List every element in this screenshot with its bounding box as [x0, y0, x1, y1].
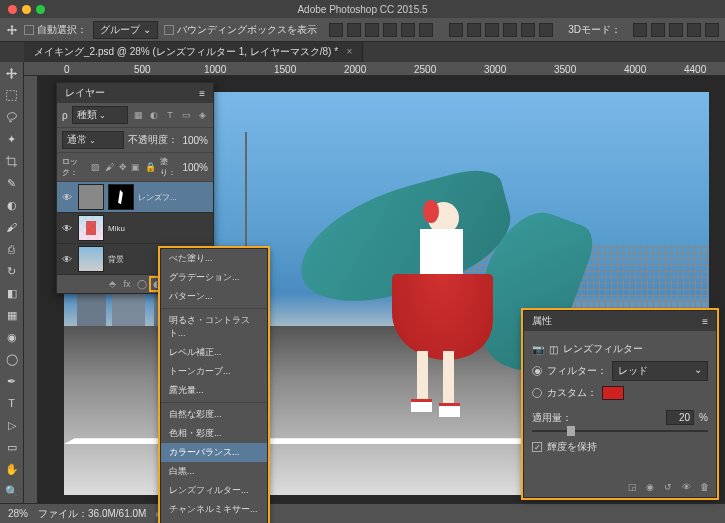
type-tool[interactable]: T: [0, 392, 23, 414]
properties-tab[interactable]: 属性 ≡: [524, 311, 716, 331]
density-value[interactable]: 20: [666, 410, 694, 425]
dodge-tool[interactable]: ◯: [0, 348, 23, 370]
blur-tool[interactable]: ◉: [0, 326, 23, 348]
minimize-window-icon[interactable]: [22, 5, 31, 14]
adjustment-menu-item[interactable]: パターン...: [161, 287, 267, 306]
zoom-tool[interactable]: 🔍: [0, 480, 23, 502]
adjustment-layer-menu[interactable]: べた塗り...グラデーション...パターン...明るさ・コントラスト...レベル…: [160, 248, 268, 523]
filter-radio[interactable]: [532, 366, 542, 376]
crop-tool[interactable]: [0, 150, 23, 172]
mode3d-icon[interactable]: [669, 23, 683, 37]
distribute-icon[interactable]: [485, 23, 499, 37]
close-window-icon[interactable]: [8, 5, 17, 14]
adjustment-menu-item[interactable]: 明るさ・コントラスト...: [161, 311, 267, 343]
marquee-tool[interactable]: [0, 84, 23, 106]
blend-mode-select[interactable]: 通常 ⌄: [62, 131, 124, 149]
custom-radio[interactable]: [532, 388, 542, 398]
density-slider[interactable]: [532, 430, 708, 432]
layer-mask-icon[interactable]: ◯: [136, 278, 148, 290]
link-layers-icon[interactable]: ⬘: [106, 278, 118, 290]
document-tab[interactable]: メイキング_2.psd @ 28% (レンズフィルター 1, レイヤーマスク/8…: [24, 42, 363, 62]
lock-all-icon[interactable]: 🔒: [145, 161, 156, 173]
mode3d-icon[interactable]: [705, 23, 719, 37]
maximize-window-icon[interactable]: [36, 5, 45, 14]
clip-to-layer-icon[interactable]: ◲: [626, 481, 638, 493]
shape-tool[interactable]: ▭: [0, 436, 23, 458]
distribute-icon[interactable]: [467, 23, 481, 37]
filter-smart-icon[interactable]: ◈: [196, 109, 208, 121]
color-swatch[interactable]: [602, 386, 624, 400]
distribute-icon[interactable]: [503, 23, 517, 37]
align-icon[interactable]: [329, 23, 343, 37]
move-tool[interactable]: [0, 62, 23, 84]
properties-panel[interactable]: 属性 ≡ 📷 ◫ レンズフィルター フィルター： レッド⌄ カスタム： 適用量：…: [523, 310, 717, 498]
layer-row[interactable]: 👁 レンズフ...: [57, 182, 213, 213]
show-bbox-checkbox[interactable]: バウンディングボックスを表示: [164, 23, 317, 37]
toggle-visibility-icon[interactable]: 👁: [680, 481, 692, 493]
lock-position-icon[interactable]: ✥: [118, 161, 127, 173]
eraser-tool[interactable]: ◧: [0, 282, 23, 304]
adjustment-menu-item[interactable]: べた塗り...: [161, 249, 267, 268]
align-icon[interactable]: [401, 23, 415, 37]
stamp-tool[interactable]: ⎙: [0, 238, 23, 260]
layer-thumb[interactable]: [78, 184, 104, 210]
adjustment-menu-item[interactable]: レンズフィルター...: [161, 481, 267, 500]
filter-adj-icon[interactable]: ◐: [148, 109, 160, 121]
fill-value[interactable]: 100%: [182, 162, 208, 173]
reset-icon[interactable]: ↺: [662, 481, 674, 493]
adjustment-menu-item[interactable]: 自然な彩度...: [161, 405, 267, 424]
adjustment-menu-item[interactable]: グラデーション...: [161, 268, 267, 287]
adjustment-menu-item[interactable]: カラーバランス...: [161, 443, 267, 462]
align-icon[interactable]: [365, 23, 379, 37]
distribute-icon[interactable]: [521, 23, 535, 37]
adjustment-menu-item[interactable]: レベル補正...: [161, 343, 267, 362]
align-icon[interactable]: [347, 23, 361, 37]
layer-fx-icon[interactable]: fx: [121, 278, 133, 290]
mode3d-icon[interactable]: [651, 23, 665, 37]
layer-row[interactable]: 👁 Miku: [57, 213, 213, 244]
filter-pixel-icon[interactable]: ▦: [132, 109, 144, 121]
distribute-icon[interactable]: [539, 23, 553, 37]
zoom-level[interactable]: 28%: [8, 508, 28, 519]
history-brush-tool[interactable]: ↻: [0, 260, 23, 282]
mode3d-icon[interactable]: [633, 23, 647, 37]
distribute-icon[interactable]: [449, 23, 463, 37]
preserve-luminosity-checkbox[interactable]: ✓: [532, 442, 542, 452]
panel-menu-icon[interactable]: ≡: [199, 88, 205, 99]
lasso-tool[interactable]: [0, 106, 23, 128]
view-previous-icon[interactable]: ◉: [644, 481, 656, 493]
path-tool[interactable]: ▷: [0, 414, 23, 436]
pen-tool[interactable]: ✒: [0, 370, 23, 392]
lock-pixels-icon[interactable]: 🖌: [104, 161, 113, 173]
lock-artboard-icon[interactable]: ▣: [131, 161, 140, 173]
visibility-icon[interactable]: 👁: [60, 254, 74, 265]
layer-mask-thumb[interactable]: [108, 184, 134, 210]
adjustment-menu-item[interactable]: チャンネルミキサー...: [161, 500, 267, 519]
panel-menu-icon[interactable]: ≡: [702, 316, 708, 327]
adjustment-menu-item[interactable]: トーンカーブ...: [161, 362, 267, 381]
layer-thumb[interactable]: [78, 215, 104, 241]
align-icon[interactable]: [383, 23, 397, 37]
auto-select-checkbox[interactable]: 自動選択：: [24, 23, 87, 37]
hand-tool[interactable]: ✋: [0, 458, 23, 480]
brush-tool[interactable]: 🖌: [0, 216, 23, 238]
align-icon[interactable]: [419, 23, 433, 37]
filter-kind-select[interactable]: 種類 ⌄: [72, 106, 128, 124]
auto-select-target[interactable]: グループ ⌄: [93, 21, 158, 39]
eyedropper-tool[interactable]: ✎: [0, 172, 23, 194]
adjustment-menu-item[interactable]: 色相・彩度...: [161, 424, 267, 443]
adjustment-menu-item[interactable]: 露光量...: [161, 381, 267, 400]
lock-transparency-icon[interactable]: ▨: [91, 161, 100, 173]
delete-adjustment-icon[interactable]: 🗑: [698, 481, 710, 493]
mode3d-icon[interactable]: [687, 23, 701, 37]
gradient-tool[interactable]: ▦: [0, 304, 23, 326]
filter-select[interactable]: レッド⌄: [612, 361, 708, 381]
close-tab-icon[interactable]: ×: [347, 46, 353, 57]
visibility-icon[interactable]: 👁: [60, 192, 74, 203]
adjustment-menu-item[interactable]: 白黒...: [161, 462, 267, 481]
opacity-value[interactable]: 100%: [182, 135, 208, 146]
adjustment-menu-item[interactable]: カラールックアップ...: [161, 519, 267, 523]
filter-shape-icon[interactable]: ▭: [180, 109, 192, 121]
filter-type-icon[interactable]: T: [164, 109, 176, 121]
visibility-icon[interactable]: 👁: [60, 223, 74, 234]
